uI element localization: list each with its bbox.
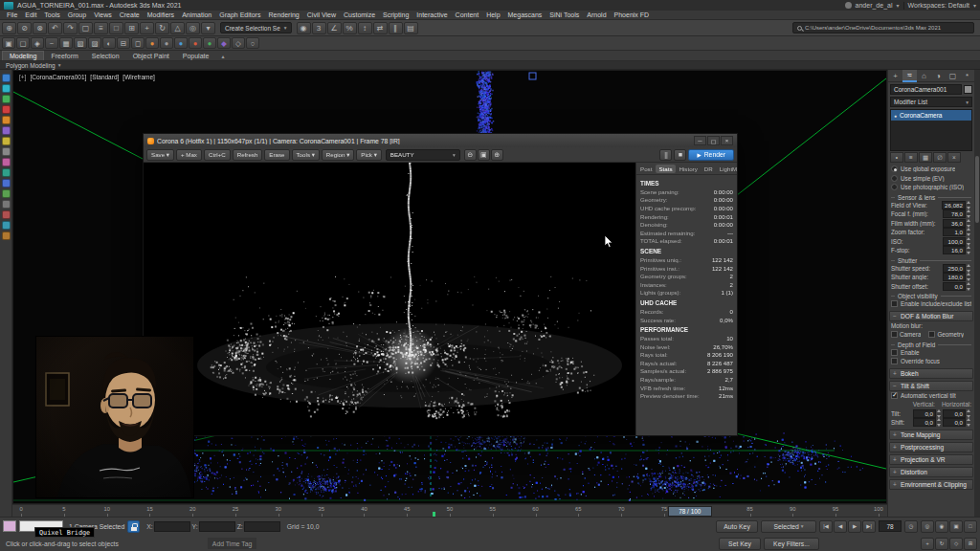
rollout-environment-clipping[interactable]: +Environment & Clipping (889, 479, 973, 490)
timeline[interactable]: 0510152025303540455055606570758085909510… (12, 504, 887, 517)
spinner-control[interactable] (967, 246, 971, 254)
radio-use-simple-ev[interactable]: Use simple (EV) (888, 174, 974, 184)
ribbon-tab-freeform[interactable]: Freeform (44, 52, 84, 60)
rollout-distortion[interactable]: +Distortion (889, 467, 973, 477)
spinner-control[interactable] (937, 409, 942, 418)
menu-rendering[interactable]: Rendering (264, 11, 302, 18)
select-and-place-icon[interactable]: ◎ (186, 22, 200, 34)
menu-arnold[interactable]: Arnold (583, 11, 610, 18)
left-toolbar-icon-16[interactable] (2, 231, 11, 240)
workspace-selector[interactable]: Workspaces: Default (908, 2, 969, 9)
viewport-shading-label[interactable]: [Standard] (90, 74, 119, 80)
scene-explorer-icon[interactable]: ▤ (404, 22, 418, 34)
left-toolbar-icon-12[interactable] (2, 189, 11, 198)
menu-graph-editors[interactable]: Graph Editors (215, 11, 264, 18)
isolate-selection-icon[interactable]: ◇ (232, 37, 245, 49)
menu-civil-view[interactable]: Civil View (303, 11, 340, 18)
param-shutter-angle[interactable]: Shutter angle:180,0 (888, 273, 974, 282)
spinner-control[interactable] (967, 228, 971, 236)
command-panel-scrollbar[interactable] (974, 70, 980, 517)
3ds-max-logo-icon[interactable] (4, 2, 13, 10)
param-shift[interactable]: Shift:0,00,0 (888, 418, 974, 428)
left-toolbar-icon-3[interactable] (2, 95, 11, 103)
menu-customize[interactable]: Customize (340, 11, 379, 18)
spinner-snap-icon[interactable]: ↕ (358, 22, 372, 34)
param-iso[interactable]: ISO:100,0 (888, 237, 974, 247)
rollout-bokeh[interactable]: +Bokeh (889, 368, 973, 379)
menu-edit[interactable]: Edit (21, 11, 40, 18)
undo-icon[interactable]: ↶ (48, 22, 62, 34)
param-tilt[interactable]: Tilt:0,00,0 (888, 409, 974, 419)
modifier-stack[interactable]: ● CoronaCamera (890, 109, 972, 151)
corona-tab-lightmix[interactable]: LightMix (717, 165, 737, 173)
quixel-bridge-taskbar-label[interactable]: Quixel Bridge (34, 527, 95, 538)
orbit-icon[interactable]: ↻ (935, 538, 948, 550)
param-focal-f-mm[interactable]: Focal f. (mm):78,0 (888, 209, 974, 219)
stop-rendering-icon[interactable]: ■ (674, 149, 686, 161)
selection-region-icon[interactable]: □ (109, 22, 123, 34)
hierarchy-tab[interactable]: ⌂ (917, 70, 931, 82)
zoom-all-icon[interactable]: ◉ (935, 520, 948, 533)
configure-modifier-sets-icon[interactable]: × (947, 152, 961, 163)
selection-lock-icon[interactable] (127, 520, 140, 533)
phoenix-fd-icon[interactable]: ● (189, 37, 202, 49)
ribbon-toggle-icon[interactable]: ▨ (88, 37, 101, 49)
minimize-icon[interactable]: ─ (694, 136, 706, 145)
param-shutter-offset[interactable]: Shutter offset:0,0 (888, 282, 974, 292)
select-and-link-icon[interactable]: ⊕ (2, 22, 16, 34)
check-enable[interactable]: Enable (888, 348, 974, 358)
left-toolbar-icon-8[interactable] (2, 147, 11, 156)
show-end-result-icon[interactable]: ≡ (904, 152, 918, 163)
align-icon[interactable]: ∥ (389, 22, 403, 34)
window-crossing-icon[interactable]: ⊞ (124, 22, 139, 34)
spinner-control[interactable] (967, 219, 971, 228)
spinner-control[interactable] (967, 282, 971, 291)
snap-2d-icon[interactable]: ▣ (2, 37, 15, 49)
spinner-control[interactable] (967, 418, 971, 427)
menu-content[interactable]: Content (452, 11, 483, 18)
material-editor-icon[interactable]: ◐ (102, 37, 116, 49)
menu-views[interactable]: Views (90, 11, 116, 18)
radio-use-global-exposure[interactable]: Use global exposure (888, 165, 974, 174)
megascans-icon[interactable]: ● (203, 37, 216, 49)
stack-item-coronacamera[interactable]: ● CoronaCamera (891, 110, 971, 121)
refresh-button[interactable]: Refresh (233, 149, 263, 161)
pick-button[interactable]: Pick ▾ (356, 149, 382, 161)
spinner-control[interactable] (967, 409, 971, 418)
menu-group[interactable]: Group (64, 11, 90, 18)
rollout-projection-vr[interactable]: +Projection & VR (889, 454, 973, 465)
snaps-toggle-icon[interactable]: 3 (312, 22, 326, 34)
auto-key-button[interactable]: Auto Key (716, 520, 758, 533)
ribbon-tab-populate[interactable]: Populate (176, 52, 216, 60)
corona-tab-history[interactable]: History (677, 165, 701, 173)
curve-editor-icon[interactable]: ~ (45, 37, 58, 49)
check-enable-include-exclude-list[interactable]: Enable include/exclude list (888, 299, 974, 309)
render-iterative-icon[interactable]: ● (160, 37, 173, 49)
field-of-view-icon[interactable]: ◇ (949, 538, 963, 550)
time-slider[interactable]: 78 / 100 (668, 506, 712, 517)
erase-button[interactable]: Erase (264, 149, 289, 161)
percent-snap-icon[interactable]: % (343, 22, 357, 34)
display-tab[interactable]: ▢ (946, 70, 960, 82)
zoom-extents-icon[interactable]: ▣ (949, 520, 963, 533)
menu-megascans[interactable]: Megascans (504, 11, 546, 18)
select-object-icon[interactable]: ▢ (78, 22, 93, 34)
max-button[interactable]: + Max (176, 149, 202, 161)
render-setup-icon[interactable]: ⊟ (117, 37, 130, 49)
civil-view-icon[interactable]: ◆ (217, 37, 231, 49)
left-toolbar-icon-6[interactable] (2, 126, 11, 135)
maximize-icon[interactable]: ▢ (707, 136, 720, 145)
reference-coordinate-system-dropdown[interactable]: ▾ (201, 22, 215, 34)
ribbon-tab-object-paint[interactable]: Object Paint (126, 52, 176, 60)
left-toolbar-icon-14[interactable] (2, 210, 11, 219)
param-film-width-mm[interactable]: Film width (mm):36,0 (888, 219, 974, 229)
motion-blur-options[interactable]: CameraGeometry (888, 330, 974, 340)
left-toolbar-icon-5[interactable] (2, 116, 11, 124)
rollout-tone-mapping[interactable]: +Tone Mapping (889, 430, 973, 440)
left-toolbar-icon-2[interactable] (2, 84, 11, 93)
object-name-field[interactable]: CoronaCamera001 (890, 84, 962, 95)
select-and-move-icon[interactable]: + (140, 22, 154, 34)
motion-tab[interactable]: ◑ (931, 70, 946, 82)
timeline-ruler[interactable]: 0510152025303540455055606570758085909510… (12, 505, 887, 517)
corona-tab-post[interactable]: Post (637, 165, 655, 173)
